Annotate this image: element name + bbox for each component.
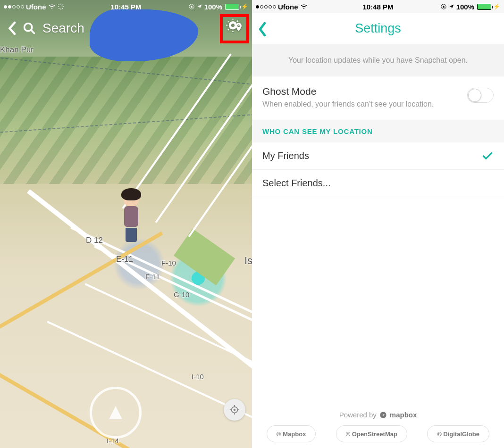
loading-icon [58,3,64,10]
status-bar: Ufone 10:48 PM 100% ⚡ [252,0,504,13]
map-label-f10: F-10 [161,259,176,267]
highlight-box [220,14,249,43]
option-label: My Friends [262,150,309,161]
map-label-g10: G-10 [174,290,189,299]
ghost-mode-row: Ghost Mode When enabled, your friends ca… [252,76,504,119]
map-label-city: Is [244,255,252,267]
wifi-icon [48,4,56,9]
back-button[interactable] [258,22,267,37]
ghost-mode-toggle[interactable] [467,88,494,103]
powered-by: Powered by mapbox [252,411,504,419]
attrib-label: © DigitalGlobe [437,431,479,438]
checkmark-icon [481,150,494,162]
compass-needle-icon [109,406,122,419]
clock-label: 10:48 PM [362,3,393,11]
svg-line-8 [31,30,34,33]
map-label-i10: I-10 [192,373,204,381]
charging-icon: ⚡ [241,3,248,10]
charging-icon: ⚡ [493,3,500,10]
powered-prefix: Powered by [339,411,377,419]
status-bar: Ufone 10:45 PM 100% ⚡ [0,0,252,13]
ghost-mode-title: Ghost Mode [262,86,494,97]
signal-strength-icon [256,5,276,8]
signal-strength-icon [4,5,24,8]
attribution-row: © Mapbox © OpenStreetMap © DigitalGlobe [252,423,504,444]
info-banner: Your location updates while you have Sna… [252,44,504,76]
settings-nav-bar: Settings [252,13,504,44]
attrib-label: © Mapbox [277,431,306,438]
option-select-friends[interactable]: Select Friends... [252,170,504,197]
compass-button[interactable] [90,387,142,439]
orientation-lock-icon [188,3,195,10]
powered-brand: mapbox [390,411,417,419]
attrib-osm[interactable]: © OpenStreetMap [336,425,407,442]
carrier-label: Ufone [278,3,298,11]
locate-me-button[interactable] [224,399,245,421]
map-nav-bar: Search [0,14,252,42]
attrib-label: © OpenStreetMap [346,431,397,438]
search-input[interactable]: Search [42,21,84,36]
mapbox-logo-icon [379,411,387,419]
location-visibility-header: WHO CAN SEE MY LOCATION [252,120,504,142]
map-label-d12: D 12 [86,236,103,245]
carrier-label: Ufone [26,3,46,11]
crosshair-icon [229,405,240,415]
wifi-icon [300,4,308,9]
battery-pct-label: 100% [204,3,222,11]
location-arrow-icon [197,4,202,9]
park-area [174,229,235,285]
section-header-label: WHO CAN SEE MY LOCATION [262,127,373,135]
map-label-khanpur: Khan Pur [0,45,34,55]
search-icon[interactable] [23,22,36,35]
map-label-e11: E-11 [116,255,133,264]
attrib-digitalglobe[interactable]: © DigitalGlobe [427,425,489,442]
svg-point-1 [234,409,236,411]
road [47,321,252,418]
highway [0,232,163,334]
snap-map-screen: Khan Pur D 12 E-11 F-10 F-11 G-10 I-10 I… [0,0,252,448]
clock-label: 10:45 PM [110,3,141,11]
battery-pct-label: 100% [456,3,474,11]
ghost-mode-subtitle: When enabled, your friends can't see you… [262,100,494,108]
location-arrow-icon [449,4,454,9]
info-text: Your location updates while you have Sna… [288,56,468,65]
back-chevron-icon[interactable] [8,21,16,35]
user-bitmoji[interactable] [117,191,145,243]
option-label: Select Friends... [262,178,331,189]
battery-icon [477,4,491,10]
settings-screen: Ufone 10:48 PM 100% ⚡ Settings Your loca… [252,0,504,448]
attrib-mapbox[interactable]: © Mapbox [267,425,316,442]
map-label-f11: F-11 [145,273,160,281]
orientation-lock-icon [440,3,447,10]
toggle-knob [468,89,481,102]
page-title: Settings [355,21,401,36]
option-my-friends[interactable]: My Friends [252,142,504,170]
battery-icon [225,4,239,10]
